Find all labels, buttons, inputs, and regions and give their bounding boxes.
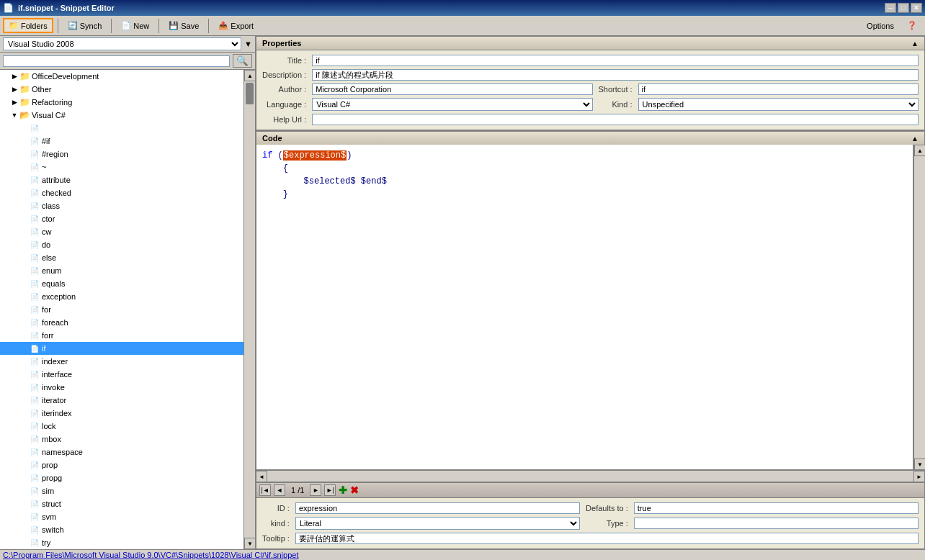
tree-item-exception[interactable]: 📄 exception — [0, 290, 243, 303]
tree-item-cw[interactable]: 📄 cw — [0, 225, 243, 238]
expand-icon[interactable]: ▶ — [10, 85, 19, 94]
tree-item-propg[interactable]: 📄 propg — [0, 471, 243, 484]
id-input[interactable] — [295, 502, 580, 514]
first-page-button[interactable]: |◄ — [259, 484, 271, 496]
collapse-button[interactable]: ▲ — [911, 40, 919, 48]
code-hscrollbar[interactable]: ◄ ► — [256, 470, 925, 482]
title-input[interactable] — [312, 55, 919, 66]
file-icon: 📄 — [29, 356, 40, 367]
code-hscroll-track — [267, 471, 913, 482]
close-button[interactable]: ✕ — [911, 3, 922, 13]
tree-item-switch[interactable]: 📄 switch — [0, 523, 243, 536]
synch-button[interactable]: 🔄 Synch — [63, 19, 107, 32]
kind2-select[interactable]: Literal — [295, 517, 580, 530]
scroll-thumb[interactable] — [246, 83, 254, 104]
tree-item-hashif[interactable]: 📄 #if — [0, 135, 243, 148]
code-scrollbar[interactable]: ▲ ▼ — [913, 145, 925, 470]
tooltip-input[interactable] — [295, 533, 919, 544]
description-input[interactable] — [312, 69, 919, 81]
tree-item-tilde[interactable]: 📄 ~ — [0, 161, 243, 173]
folders-button[interactable]: 📁 Folders — [3, 18, 53, 33]
title-bar: 📄 if.snippet - Snippet Editor ─ □ ✕ — [0, 0, 925, 16]
add-record-button[interactable]: ✚ — [339, 484, 347, 496]
tree-item-svm[interactable]: 📄 svm — [0, 510, 243, 523]
scroll-down-arrow[interactable]: ▼ — [244, 538, 255, 549]
tree-label: do — [42, 240, 50, 249]
shortcut-input[interactable] — [638, 83, 919, 95]
help-url-input[interactable] — [312, 114, 919, 125]
tree-item-visualcsharp[interactable]: ▼ 📂 Visual C# — [0, 109, 243, 122]
tree-label: Refactoring — [32, 98, 72, 107]
expand-icon[interactable]: ▶ — [10, 72, 19, 81]
next-page-button[interactable]: ► — [310, 484, 321, 496]
minimize-button[interactable]: ─ — [885, 3, 896, 13]
code-hscroll-left[interactable]: ◄ — [256, 471, 267, 482]
code-scroll-up[interactable]: ▲ — [914, 145, 925, 156]
options-button[interactable]: Options — [862, 19, 899, 32]
tree-item-for[interactable]: 📄 for — [0, 303, 243, 316]
search-input[interactable] — [3, 55, 230, 67]
defaults-to-input[interactable] — [634, 502, 919, 514]
code-collapse-button[interactable]: ▲ — [911, 135, 919, 143]
tree-item-other[interactable]: ▶ 📁 Other — [0, 83, 243, 96]
tree-item-indexer[interactable]: 📄 indexer — [0, 355, 243, 368]
file-icon: 📄 — [29, 291, 40, 302]
tree-item-attribute[interactable]: 📄 attribute — [0, 173, 243, 186]
tree-item-foreach[interactable]: 📄 foreach — [0, 316, 243, 329]
code-hscroll-right[interactable]: ► — [913, 471, 925, 482]
tree-item-struct[interactable]: 📄 struct — [0, 497, 243, 510]
tree-item-if[interactable]: 📄 if — [0, 342, 243, 355]
help-button[interactable]: ❓ — [902, 19, 922, 32]
file-icon: 📄 — [29, 537, 40, 548]
tree-item-lock[interactable]: 📄 lock — [0, 420, 243, 433]
status-bar[interactable]: C:\Program Files\Microsoft Visual Studio… — [0, 549, 925, 560]
language-select[interactable]: Visual C# — [312, 98, 592, 111]
expand-icon[interactable]: ▼ — [10, 111, 19, 119]
vs-version-select[interactable]: Visual Studio 2008 — [3, 37, 241, 50]
maximize-button[interactable]: □ — [898, 3, 909, 13]
tree-item-class[interactable]: 📄 class — [0, 199, 243, 212]
tree-item-ctor[interactable]: 📄 ctor — [0, 212, 243, 225]
tree-item-try[interactable]: 📄 try — [0, 536, 243, 549]
tree-item-forr[interactable]: 📄 forr — [0, 329, 243, 342]
tree-item-hashregion[interactable]: 📄 #region — [0, 148, 243, 161]
file-icon: 📄 — [29, 239, 40, 250]
left-scrollbar[interactable]: ▲ ▼ — [243, 70, 255, 549]
tree-item-interface[interactable]: 📄 interface — [0, 368, 243, 381]
prev-page-button[interactable]: ◄ — [274, 484, 285, 496]
type-input[interactable] — [634, 518, 919, 529]
tree-item-do[interactable]: 📄 do — [0, 238, 243, 251]
expand-icon[interactable]: ▶ — [10, 98, 19, 107]
tree-item-invoke[interactable]: 📄 invoke — [0, 381, 243, 394]
tree-container[interactable]: ▶ 📁 OfficeDevelopment ▶ 📁 Other ▶ 📁 Refa… — [0, 70, 243, 549]
file-icon: 📄 — [29, 485, 40, 497]
kind-select[interactable]: Unspecified — [638, 98, 919, 111]
tree-item-enum[interactable]: 📄 enum — [0, 264, 243, 277]
save-button[interactable]: 💾 Save — [164, 19, 204, 32]
tree-item-officedevelopment[interactable]: ▶ 📁 OfficeDevelopment — [0, 70, 243, 83]
delete-record-button[interactable]: ✖ — [350, 484, 359, 496]
export-button[interactable]: 📤 Export — [213, 19, 259, 32]
tree-item-equals[interactable]: 📄 equals — [0, 277, 243, 290]
tree-item-iterator[interactable]: 📄 iterator — [0, 394, 243, 407]
tree-item-mbox[interactable]: 📄 mbox — [0, 433, 243, 446]
tree-item-file-blank[interactable]: 📄 — [0, 122, 243, 135]
last-page-button[interactable]: ►| — [324, 484, 336, 496]
search-button[interactable]: 🔍 — [233, 54, 252, 68]
tree-item-iterindex[interactable]: 📄 iterindex — [0, 407, 243, 420]
file-icon: 📄 — [29, 135, 40, 147]
new-button[interactable]: 📄 New — [116, 19, 154, 32]
tree-item-refactoring[interactable]: ▶ 📁 Refactoring — [0, 96, 243, 109]
tree-item-checked[interactable]: 📄 checked — [0, 186, 243, 199]
code-scroll-down[interactable]: ▼ — [914, 459, 925, 470]
tree-item-prop[interactable]: 📄 prop — [0, 459, 243, 471]
code-editor[interactable]: if ($expression$) { $selected$ $end$ } — [256, 145, 913, 470]
author-input[interactable] — [312, 83, 592, 95]
separator-4 — [208, 19, 209, 33]
tree-label: mbox — [42, 435, 61, 443]
tree-item-else[interactable]: 📄 else — [0, 251, 243, 264]
tree-item-namespace[interactable]: 📄 namespace — [0, 446, 243, 459]
tree-item-sim[interactable]: 📄 sim — [0, 484, 243, 497]
tooltip-label: Tooltip : — [262, 534, 290, 543]
scroll-up-arrow[interactable]: ▲ — [244, 70, 255, 81]
